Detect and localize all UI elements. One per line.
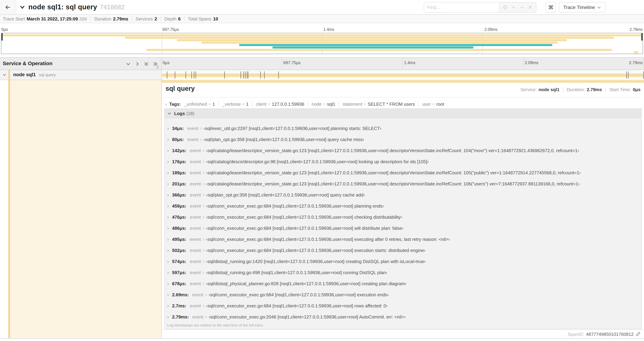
expand-chevron-icon[interactable]: › [167,148,172,153]
collapse-trace-chevron-icon[interactable] [20,4,25,10]
log-field-key: event [190,259,201,264]
detail-row-left-column [0,80,161,338]
log-field-value: ‹sql/plan_opt.go:358 [nsql1,client=127.0… [204,137,364,142]
log-field-key: event [190,236,201,242]
time-tick-label: 1.4ms [404,60,415,65]
expand-chevron-icon[interactable]: › [167,270,172,275]
log-event-marker [192,71,192,79]
expand-chevron-icon[interactable]: › [167,170,172,175]
locate-icon[interactable] [503,5,508,10]
log-entry[interactable]: ›366μs:event=‹sql/plan_opt.go:358 [nsql1… [165,189,641,200]
span-collapse-chevron-icon[interactable] [2,73,6,77]
trace-timeline-page: node sql1: sql query7418682 ⌘ [0,0,644,341]
span-row-timeline-cell[interactable] [161,70,644,80]
collapse-one-icon[interactable] [125,61,131,67]
log-entry[interactable]: ›2.79ms:event=‹sql/conn_executor_exec.go… [165,311,641,322]
logs-rows: ›34μs:event=‹sql/exec_util.go:2297 [nsql… [165,119,641,322]
divider [160,16,161,21]
log-entry[interactable]: ›176μs:event=‹sql/catalog/descs/descript… [165,156,641,167]
log-entry[interactable]: ›678μs:event=‹sql/distsql_physical_plann… [165,278,641,289]
expand-chevron-icon[interactable]: › [167,192,172,198]
tag-item: statement=SELECT * FROM users [342,101,415,107]
expand-one-icon[interactable] [134,61,140,67]
span-duration-bar[interactable] [162,74,643,77]
expand-chevron-icon[interactable]: › [167,258,172,264]
expand-chevron-icon[interactable]: › [167,314,172,319]
log-field-key: event [190,214,201,220]
tags-row[interactable]: › Tags: _unfinished=1_verbose=1client=12… [164,100,641,109]
logs-header[interactable]: Logs (18) [165,109,641,118]
span-row-name-cell[interactable]: node sql1sql query [0,70,161,80]
divider [132,16,132,21]
time-tick-label: 697.75μs [284,60,300,65]
log-field-value: ‹sql/conn_executor_exec.go:2046 [nsql1,c… [209,314,406,319]
collapse-all-icon[interactable] [143,61,149,67]
panel-divider[interactable] [161,57,162,338]
expand-chevron-icon[interactable]: › [167,214,172,220]
keyboard-shortcuts-button[interactable]: ⌘ [546,2,556,13]
trace-info-label: Duration [94,16,111,21]
log-entry[interactable]: ›574μs:event=‹sql/distsql_running.go:142… [165,256,641,267]
next-result-icon[interactable] [519,5,524,10]
log-entry[interactable]: ›495μs:event=‹sql/conn_executor_exec.go:… [165,234,641,245]
expand-chevron-icon[interactable]: › [167,137,172,142]
log-entry[interactable]: ›2.7ms:event=‹sql/conn_executor_exec.go:… [165,300,641,311]
find-input[interactable] [424,3,499,12]
clear-find-icon[interactable] [528,5,532,10]
minimap-canvas[interactable] [1,33,643,54]
log-equals: = [202,303,205,308]
back-button[interactable] [0,0,16,14]
span-detail-footer: SpanID: 4877749850101760812 [162,329,644,338]
expand-chevron-icon[interactable]: › [167,181,172,186]
log-entry[interactable]: ›476μs:event=‹sql/conn_executor_exec.go:… [165,211,641,222]
minimap-right-scrubber[interactable] [641,33,642,41]
expand-chevron-icon[interactable]: › [167,225,172,231]
trace-name: node sql1: sql query [28,3,97,11]
log-entry[interactable]: ›597μs:event=‹sql/distsql_running.go:498… [165,267,641,278]
log-entry[interactable]: ›459μs:event=‹sql/conn_executor_exec.go:… [165,200,641,211]
log-entry[interactable]: ›2.69ms:event=‹sql/conn_executor_exec.go… [165,289,641,300]
log-timestamp: 2.79ms: [172,314,189,319]
divider [339,101,339,107]
log-event-marker [186,71,186,79]
tag-value: sql1 [327,101,335,107]
log-entry[interactable]: ›201μs:event=‹sql/catalog/lease/descript… [165,178,641,189]
expand-chevron-icon[interactable]: › [167,236,172,242]
tags-expand-chevron-icon[interactable]: › [165,101,167,107]
log-field-value: ‹sql/conn_executor_exec.go:684 [nsql1,cl… [206,214,402,220]
time-tick-label: 1.4ms [324,27,334,32]
log-entry[interactable]: ›189μs:event=‹sql/catalog/lease/descript… [165,167,641,178]
log-entry[interactable]: ›486μs:event=‹sql/conn_executor_exec.go:… [165,222,641,234]
prev-result-icon[interactable] [511,5,516,10]
column-resizer-handle[interactable] [157,65,158,69]
log-entry[interactable]: ›502μs:event=‹sql/conn_executor_exec.go:… [165,245,641,256]
collapse-controls [125,61,158,67]
log-event-marker [196,71,196,79]
logs-label: Logs [174,111,185,116]
log-field-key: event [190,225,201,231]
deep-link-icon[interactable] [636,332,640,336]
expand-chevron-icon[interactable]: › [167,247,172,253]
trace-info-value: 2 [154,16,157,21]
expand-chevron-icon[interactable]: › [167,125,172,131]
expand-chevron-icon[interactable]: › [167,203,172,209]
log-entry[interactable]: ›34μs:event=‹sql/exec_util.go:2297 [nsql… [165,123,641,134]
log-entry[interactable]: ›80μs:event=‹sql/plan_opt.go:358 [nsql1,… [165,134,641,145]
log-equals: = [202,159,205,164]
trace-view-selector[interactable]: Trace Timeline [559,2,606,13]
expand-chevron-icon[interactable]: › [167,159,172,164]
expand-chevron-icon[interactable]: › [167,292,172,297]
log-entry[interactable]: ›142μs:event=‹sql/catalog/lease/descript… [165,145,641,156]
expand-chevron-icon[interactable]: › [167,303,172,308]
log-event-marker [175,71,175,79]
log-event-marker [224,71,224,79]
log-event-marker [241,71,241,79]
log-field-key: event [187,137,198,142]
divider [606,87,606,92]
log-timestamp: 366μs: [172,192,186,197]
expand-chevron-icon[interactable]: › [167,281,172,286]
span-service-name: node sql1sql query [13,72,56,77]
log-timestamp: 597μs: [172,270,186,275]
trace-info-value: March 31 2022, 17:25:09 [27,16,78,21]
minimap-left-scrubber[interactable] [2,33,3,41]
